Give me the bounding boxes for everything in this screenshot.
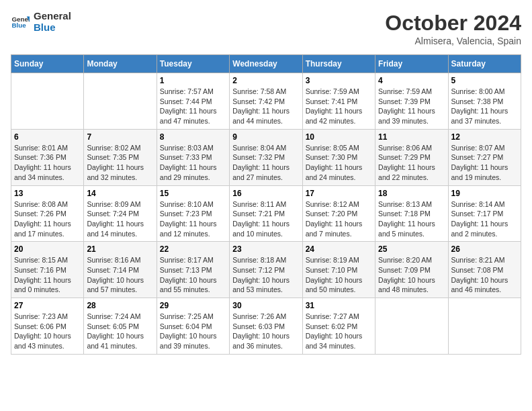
day-number: 2 (232, 76, 299, 85)
header-thursday: Thursday (302, 55, 375, 73)
day-number: 18 (378, 189, 445, 198)
day-number: 10 (306, 132, 372, 142)
day-info: Sunrise: 7:24 AM Sunset: 6:05 PM Dayligh… (87, 312, 153, 351)
day-info: Sunrise: 7:59 AM Sunset: 7:41 PM Dayligh… (306, 87, 372, 126)
calendar-cell: 17Sunrise: 8:12 AM Sunset: 7:20 PM Dayli… (302, 185, 375, 242)
day-info: Sunrise: 8:03 AM Sunset: 7:33 PM Dayligh… (160, 143, 226, 183)
calendar-header-row: SundayMondayTuesdayWednesdayThursdayFrid… (11, 55, 521, 73)
day-number: 8 (160, 132, 226, 142)
calendar-cell: 31Sunrise: 7:27 AM Sunset: 6:02 PM Dayli… (302, 298, 375, 355)
day-info: Sunrise: 8:08 AM Sunset: 7:26 PM Dayligh… (14, 199, 81, 239)
calendar-cell: 29Sunrise: 7:25 AM Sunset: 6:04 PM Dayli… (157, 298, 229, 355)
header-saturday: Saturday (448, 55, 521, 73)
day-number: 28 (87, 301, 153, 310)
day-info: Sunrise: 7:23 AM Sunset: 6:06 PM Dayligh… (14, 312, 81, 351)
logo: General Blue General Blue (11, 11, 71, 33)
calendar-cell: 18Sunrise: 8:13 AM Sunset: 7:18 PM Dayli… (375, 185, 448, 242)
day-number: 27 (14, 301, 81, 310)
day-info: Sunrise: 8:19 AM Sunset: 7:10 PM Dayligh… (306, 255, 372, 295)
page-header: General Blue General Blue October 2024 A… (11, 11, 521, 46)
logo-line2: Blue (34, 22, 71, 34)
day-info: Sunrise: 8:14 AM Sunset: 7:17 PM Dayligh… (451, 199, 518, 239)
calendar-cell: 24Sunrise: 8:19 AM Sunset: 7:10 PM Dayli… (302, 242, 375, 298)
svg-text:Blue: Blue (11, 21, 26, 29)
calendar-cell: 2Sunrise: 7:58 AM Sunset: 7:42 PM Daylig… (230, 73, 302, 130)
day-info: Sunrise: 7:26 AM Sunset: 6:03 PM Dayligh… (232, 312, 299, 351)
day-number: 1 (160, 76, 226, 85)
day-info: Sunrise: 8:07 AM Sunset: 7:27 PM Dayligh… (451, 143, 518, 183)
day-info: Sunrise: 8:16 AM Sunset: 7:14 PM Dayligh… (87, 255, 153, 295)
day-number: 11 (378, 132, 445, 142)
calendar-cell: 12Sunrise: 8:07 AM Sunset: 7:27 PM Dayli… (448, 129, 521, 185)
day-info: Sunrise: 8:11 AM Sunset: 7:21 PM Dayligh… (232, 199, 299, 239)
calendar-cell: 16Sunrise: 8:11 AM Sunset: 7:21 PM Dayli… (230, 185, 302, 242)
calendar-cell: 27Sunrise: 7:23 AM Sunset: 6:06 PM Dayli… (11, 298, 84, 355)
calendar-cell: 1Sunrise: 7:57 AM Sunset: 7:44 PM Daylig… (157, 73, 229, 130)
day-info: Sunrise: 8:10 AM Sunset: 7:23 PM Dayligh… (160, 199, 226, 239)
calendar-cell: 10Sunrise: 8:05 AM Sunset: 7:30 PM Dayli… (302, 129, 375, 185)
calendar-week-row: 27Sunrise: 7:23 AM Sunset: 6:06 PM Dayli… (11, 298, 521, 355)
day-number: 13 (14, 189, 81, 198)
day-number: 4 (378, 76, 445, 85)
day-number: 31 (306, 301, 372, 310)
day-info: Sunrise: 8:18 AM Sunset: 7:12 PM Dayligh… (232, 255, 299, 295)
calendar-cell: 11Sunrise: 8:06 AM Sunset: 7:29 PM Dayli… (375, 129, 448, 185)
day-number: 29 (160, 301, 226, 310)
title-block: October 2024 Almisera, Valencia, Spain (385, 11, 521, 46)
header-friday: Friday (375, 55, 448, 73)
day-number: 5 (451, 76, 518, 85)
day-number: 7 (87, 132, 153, 142)
day-number: 6 (14, 132, 81, 142)
calendar-cell: 7Sunrise: 8:02 AM Sunset: 7:35 PM Daylig… (84, 129, 157, 185)
calendar-cell: 15Sunrise: 8:10 AM Sunset: 7:23 PM Dayli… (157, 185, 229, 242)
day-number: 26 (451, 244, 518, 254)
day-number: 15 (160, 189, 226, 198)
calendar-cell (84, 73, 157, 130)
calendar-cell (448, 298, 521, 355)
calendar-cell: 25Sunrise: 8:20 AM Sunset: 7:09 PM Dayli… (375, 242, 448, 298)
day-info: Sunrise: 8:21 AM Sunset: 7:08 PM Dayligh… (451, 255, 518, 295)
calendar-week-row: 6Sunrise: 8:01 AM Sunset: 7:36 PM Daylig… (11, 129, 521, 185)
day-info: Sunrise: 7:59 AM Sunset: 7:39 PM Dayligh… (378, 87, 445, 126)
calendar-cell: 26Sunrise: 8:21 AM Sunset: 7:08 PM Dayli… (448, 242, 521, 298)
day-info: Sunrise: 7:57 AM Sunset: 7:44 PM Dayligh… (160, 87, 226, 126)
day-number: 23 (232, 244, 299, 254)
header-monday: Monday (84, 55, 157, 73)
day-number: 14 (87, 189, 153, 198)
calendar-week-row: 1Sunrise: 7:57 AM Sunset: 7:44 PM Daylig… (11, 73, 521, 130)
logo-icon: General Blue (11, 13, 30, 32)
day-info: Sunrise: 8:17 AM Sunset: 7:13 PM Dayligh… (160, 255, 226, 295)
day-info: Sunrise: 8:00 AM Sunset: 7:38 PM Dayligh… (451, 87, 518, 126)
calendar-week-row: 13Sunrise: 8:08 AM Sunset: 7:26 PM Dayli… (11, 185, 521, 242)
calendar-cell (375, 298, 448, 355)
day-info: Sunrise: 8:01 AM Sunset: 7:36 PM Dayligh… (14, 143, 81, 183)
calendar-cell: 23Sunrise: 8:18 AM Sunset: 7:12 PM Dayli… (230, 242, 302, 298)
day-number: 21 (87, 244, 153, 254)
calendar-cell: 4Sunrise: 7:59 AM Sunset: 7:39 PM Daylig… (375, 73, 448, 130)
day-number: 20 (14, 244, 81, 254)
calendar-cell: 30Sunrise: 7:26 AM Sunset: 6:03 PM Dayli… (230, 298, 302, 355)
header-wednesday: Wednesday (230, 55, 302, 73)
day-info: Sunrise: 8:12 AM Sunset: 7:20 PM Dayligh… (306, 199, 372, 239)
day-number: 16 (232, 189, 299, 198)
logo-line1: General (34, 11, 71, 22)
calendar-cell: 6Sunrise: 8:01 AM Sunset: 7:36 PM Daylig… (11, 129, 84, 185)
calendar-cell: 14Sunrise: 8:09 AM Sunset: 7:24 PM Dayli… (84, 185, 157, 242)
header-sunday: Sunday (11, 55, 84, 73)
day-number: 3 (306, 76, 372, 85)
calendar-cell: 3Sunrise: 7:59 AM Sunset: 7:41 PM Daylig… (302, 73, 375, 130)
calendar-table: SundayMondayTuesdayWednesdayThursdayFrid… (11, 54, 521, 355)
calendar-cell: 28Sunrise: 7:24 AM Sunset: 6:05 PM Dayli… (84, 298, 157, 355)
day-info: Sunrise: 7:27 AM Sunset: 6:02 PM Dayligh… (306, 312, 372, 351)
calendar-cell: 5Sunrise: 8:00 AM Sunset: 7:38 PM Daylig… (448, 73, 521, 130)
calendar-cell: 19Sunrise: 8:14 AM Sunset: 7:17 PM Dayli… (448, 185, 521, 242)
calendar-cell: 8Sunrise: 8:03 AM Sunset: 7:33 PM Daylig… (157, 129, 229, 185)
day-info: Sunrise: 8:05 AM Sunset: 7:30 PM Dayligh… (306, 143, 372, 183)
day-number: 22 (160, 244, 226, 254)
day-number: 19 (451, 189, 518, 198)
calendar-cell: 13Sunrise: 8:08 AM Sunset: 7:26 PM Dayli… (11, 185, 84, 242)
day-info: Sunrise: 8:09 AM Sunset: 7:24 PM Dayligh… (87, 199, 153, 239)
day-number: 25 (378, 244, 445, 254)
day-info: Sunrise: 8:15 AM Sunset: 7:16 PM Dayligh… (14, 255, 81, 295)
location: Almisera, Valencia, Spain (385, 36, 521, 46)
